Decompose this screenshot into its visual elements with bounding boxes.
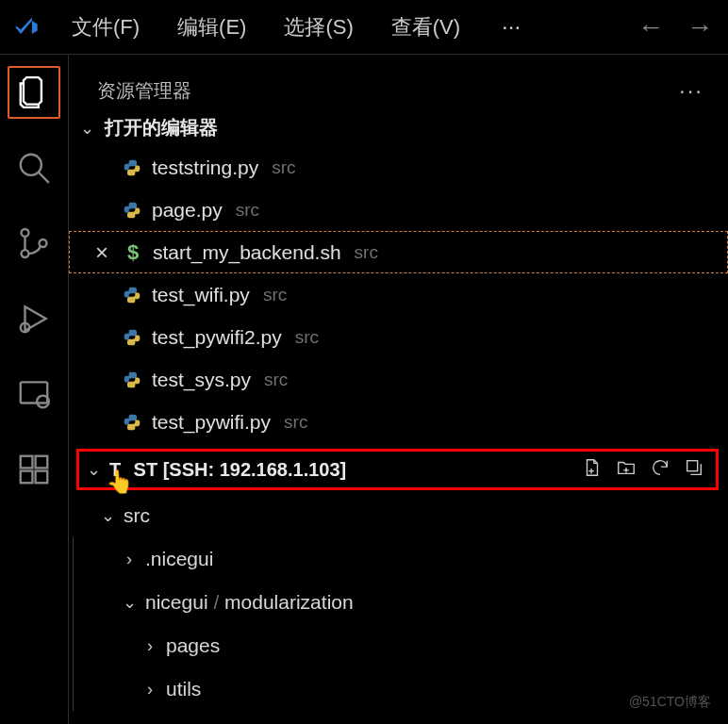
filedir: src (355, 242, 378, 263)
svg-rect-16 (687, 461, 698, 471)
title-bar: 文件(F) 编辑(E) 选择(S) 查看(V) ··· ← → (0, 0, 728, 55)
chevron-right-icon (121, 550, 138, 569)
tree-folder-pages[interactable]: pages (73, 624, 728, 667)
folder-section-highlighted: ⌄ TEST [SSH: 192.168.1.103] (76, 449, 719, 490)
chevron-down-icon: ⌄ (87, 459, 104, 480)
python-file-icon (122, 158, 142, 177)
svg-rect-10 (36, 471, 48, 484)
tree-folder-nicegui-hidden[interactable]: .nicegui (73, 537, 728, 581)
svg-rect-9 (21, 471, 33, 484)
open-editor-item[interactable]: test_sys.pysrc (69, 358, 728, 401)
search-icon[interactable] (8, 141, 60, 194)
file-tree: src .nicegui nicegui / modularization pa… (69, 494, 728, 711)
nav-back-icon[interactable]: ← (637, 14, 664, 41)
tree-label: utils (166, 678, 201, 700)
menu-view[interactable]: 查看(V) (384, 9, 468, 45)
explorer-title: 资源管理器 (97, 78, 191, 104)
open-editors-header[interactable]: ⌄ 打开的编辑器 (69, 109, 728, 146)
explorer-header: 资源管理器 ··· (69, 72, 728, 109)
svg-point-3 (22, 250, 29, 257)
explorer-more-icon[interactable]: ··· (679, 77, 703, 104)
new-file-icon[interactable] (582, 457, 603, 482)
open-editor-item[interactable]: ×$start_my_backend.shsrc (69, 231, 728, 273)
tree-label: nicegui / modularization (145, 591, 354, 614)
filedir: src (272, 157, 295, 178)
chevron-down-icon: ⌄ (80, 118, 99, 139)
open-editor-item[interactable]: test_pywifi2.pysrc (69, 316, 728, 358)
tree-label: pages (166, 634, 220, 657)
tree-label: src (124, 504, 150, 527)
main-area: 资源管理器 ··· ⌄ 打开的编辑器 teststring.pysrcpage.… (0, 55, 728, 724)
filedir: src (264, 370, 288, 390)
filename: test_pywifi.py (152, 411, 271, 434)
open-editors-label: 打开的编辑器 (105, 115, 218, 140)
activity-bar (0, 55, 68, 724)
filedir: src (236, 200, 259, 221)
python-file-icon (122, 286, 142, 304)
filename: test_pywifi2.py (152, 326, 282, 349)
shell-file-icon: $ (123, 240, 143, 265)
open-editor-item[interactable]: test_pywifi.pysrc (69, 401, 728, 443)
svg-rect-6 (21, 382, 48, 403)
refresh-icon[interactable] (650, 457, 670, 482)
tree-label: .nicegui (145, 548, 213, 570)
svg-point-4 (40, 239, 47, 247)
menu-select[interactable]: 选择(S) (276, 9, 360, 45)
menu-overflow[interactable]: ··· (490, 9, 532, 45)
close-icon[interactable]: × (91, 239, 113, 266)
watermark: @51CTO博客 (629, 694, 711, 711)
filename: teststring.py (152, 156, 258, 179)
new-folder-icon[interactable] (616, 457, 637, 482)
open-editor-item[interactable]: page.pysrc (69, 189, 728, 231)
svg-rect-11 (36, 456, 48, 469)
folder-actions (582, 457, 708, 482)
python-file-icon (122, 201, 142, 220)
menu-file[interactable]: 文件(F) (64, 9, 147, 45)
menu-bar: 文件(F) 编辑(E) 选择(S) 查看(V) ··· (64, 9, 637, 45)
chevron-right-icon (141, 680, 158, 699)
filename: page.py (152, 199, 223, 222)
svg-point-0 (21, 155, 41, 175)
menu-edit[interactable]: 编辑(E) (170, 9, 254, 45)
tree-folder-nicegui-modularization[interactable]: nicegui / modularization (73, 581, 728, 624)
filename: start_my_backend.sh (153, 241, 341, 264)
nav-forward-icon[interactable]: → (687, 14, 713, 41)
open-editor-item[interactable]: test_wifi.pysrc (69, 273, 728, 316)
tree-folder-src[interactable]: src (73, 494, 728, 537)
python-file-icon (122, 328, 142, 347)
explorer-sidebar: 资源管理器 ··· ⌄ 打开的编辑器 teststring.pysrcpage.… (68, 55, 728, 724)
chevron-right-icon (141, 636, 158, 656)
chevron-down-icon (99, 505, 116, 526)
svg-rect-8 (21, 456, 33, 469)
open-editors-list: teststring.pysrcpage.pysrc×$start_my_bac… (69, 146, 728, 443)
run-debug-icon[interactable] (8, 292, 60, 345)
svg-point-2 (22, 229, 29, 237)
explorer-icon[interactable] (8, 66, 60, 119)
open-editor-item[interactable]: teststring.pysrc (69, 146, 728, 189)
vscode-logo-icon (8, 8, 45, 46)
filedir: src (284, 412, 307, 433)
extensions-icon[interactable] (8, 443, 60, 496)
chevron-down-icon (121, 592, 138, 613)
remote-explorer-icon[interactable] (8, 368, 60, 420)
python-file-icon (122, 370, 142, 389)
collapse-all-icon[interactable] (684, 457, 704, 482)
filedir: src (295, 327, 319, 348)
svg-line-1 (39, 173, 49, 183)
nav-arrows: ← → (637, 14, 713, 41)
filename: test_wifi.py (152, 284, 250, 306)
filename: test_sys.py (152, 369, 251, 391)
python-file-icon (122, 413, 142, 432)
folder-label: TEST [SSH: 192.168.1.103] (109, 459, 576, 481)
source-control-icon[interactable] (8, 217, 60, 270)
filedir: src (263, 285, 287, 305)
folder-header[interactable]: ⌄ TEST [SSH: 192.168.1.103] (81, 453, 714, 485)
